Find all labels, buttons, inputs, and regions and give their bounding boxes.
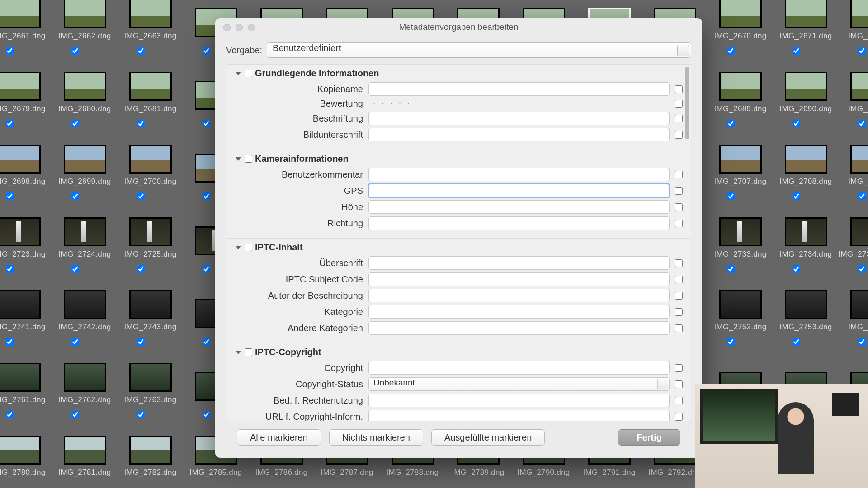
- thumbnail-cell[interactable]: IMG_2762.dng: [52, 333, 118, 406]
- thumbnail-checkbox[interactable]: [71, 265, 79, 273]
- thumbnail-cell[interactable]: IMG_2723.dng: [0, 188, 52, 261]
- thumbnail-image[interactable]: [0, 363, 41, 392]
- select-none-button[interactable]: Nichts markieren: [329, 429, 423, 446]
- thumbnail-image[interactable]: [129, 217, 172, 246]
- disclosure-triangle-icon[interactable]: [236, 246, 241, 249]
- thumbnail-image[interactable]: [0, 72, 41, 101]
- field-enable-checkbox[interactable]: [675, 187, 683, 195]
- thumbnail-cell[interactable]: IMG_2708.dng: [773, 115, 839, 188]
- field-enable-checkbox[interactable]: [675, 100, 683, 108]
- thumbnail-cell[interactable]: IMG_2691.dr: [839, 42, 868, 115]
- thumbnail-checkbox[interactable]: [6, 338, 14, 346]
- thumbnail-image[interactable]: [785, 145, 827, 174]
- field-enable-checkbox[interactable]: [675, 203, 683, 211]
- thumbnail-image[interactable]: [0, 436, 41, 465]
- thumbnail-cell[interactable]: IMG_2781.dng: [52, 406, 118, 479]
- field-enable-checkbox[interactable]: [675, 397, 683, 404]
- thumbnail-cell[interactable]: IMG_2761.dng: [0, 333, 52, 406]
- thumbnail-cell[interactable]: IMG_2699.dng: [52, 115, 118, 188]
- thumbnail-checkbox[interactable]: [203, 192, 210, 200]
- disclosure-triangle-icon[interactable]: [236, 72, 241, 75]
- thumbnail-checkbox[interactable]: [727, 192, 735, 200]
- thumbnail-checkbox[interactable]: [203, 120, 210, 127]
- field-input[interactable]: [368, 289, 670, 302]
- thumbnail-cell[interactable]: IMG_2742.dng: [52, 261, 118, 333]
- thumbnail-image[interactable]: [719, 72, 762, 101]
- thumbnail-image[interactable]: [0, 290, 41, 319]
- field-input[interactable]: [368, 305, 670, 319]
- thumbnail-image[interactable]: [129, 290, 172, 319]
- thumbnail-cell[interactable]: IMG_2707.dng: [708, 115, 773, 188]
- field-input[interactable]: [368, 410, 670, 421]
- thumbnail-checkbox[interactable]: [727, 265, 735, 273]
- thumbnail-cell[interactable]: IMG_2734.dng: [773, 188, 839, 261]
- field-input[interactable]: [368, 216, 670, 230]
- field-input[interactable]: [368, 321, 670, 335]
- section-header[interactable]: Grundlegende Informationen: [236, 68, 683, 79]
- thumbnail-image[interactable]: [129, 145, 172, 174]
- thumbnail-cell[interactable]: IMG_2689.dng: [708, 42, 773, 115]
- field-enable-checkbox[interactable]: [675, 308, 683, 316]
- field-enable-checkbox[interactable]: [675, 85, 683, 93]
- section-header[interactable]: Kamerainformationen: [236, 154, 683, 164]
- thumbnail-checkbox[interactable]: [137, 411, 145, 418]
- section-header[interactable]: IPTC-Inhalt: [236, 242, 683, 253]
- thumbnail-cell[interactable]: IMG_2780.dng: [0, 406, 52, 479]
- section-checkbox[interactable]: [245, 155, 252, 163]
- field-enable-checkbox[interactable]: [675, 413, 683, 421]
- thumbnail-image[interactable]: [129, 436, 172, 465]
- thumbnail-cell[interactable]: IMG_2663.dng: [118, 0, 183, 42]
- field-input[interactable]: [368, 168, 670, 181]
- field-enable-checkbox[interactable]: [675, 171, 683, 178]
- thumbnail-image[interactable]: [0, 217, 41, 246]
- field-enable-checkbox[interactable]: [675, 380, 683, 388]
- thumbnail-checkbox[interactable]: [203, 265, 210, 273]
- dialog-titlebar[interactable]: Metadatenvorgaben bearbeiten: [215, 18, 702, 36]
- thumbnail-checkbox[interactable]: [6, 47, 14, 55]
- thumbnail-checkbox[interactable]: [137, 192, 145, 200]
- thumbnail-image[interactable]: [129, 363, 172, 392]
- thumbnail-checkbox[interactable]: [793, 47, 800, 55]
- thumbnail-cell[interactable]: IMG_2724.dng: [52, 188, 118, 261]
- field-input[interactable]: [368, 184, 670, 197]
- thumbnail-image[interactable]: [850, 0, 868, 28]
- thumbnail-image[interactable]: [719, 217, 762, 246]
- thumbnail-checkbox[interactable]: [71, 192, 79, 200]
- thumbnail-image[interactable]: [129, 72, 172, 101]
- select-all-button[interactable]: Alle markieren: [237, 429, 321, 446]
- thumbnail-checkbox[interactable]: [137, 265, 145, 273]
- field-input[interactable]: [368, 200, 670, 214]
- thumbnail-checkbox[interactable]: [727, 338, 735, 346]
- thumbnail-checkbox[interactable]: [137, 120, 145, 127]
- thumbnail-checkbox[interactable]: [203, 411, 210, 418]
- section-header[interactable]: IPTC-Copyright: [236, 347, 683, 357]
- field-enable-checkbox[interactable]: [675, 259, 683, 267]
- thumbnail-checkbox[interactable]: [793, 120, 800, 127]
- field-input[interactable]: [368, 394, 670, 407]
- thumbnail-image[interactable]: [719, 0, 762, 28]
- field-enable-checkbox[interactable]: [675, 131, 683, 139]
- thumbnail-cell[interactable]: IMG_2752.dng: [708, 261, 773, 333]
- thumbnail-checkbox[interactable]: [858, 120, 866, 127]
- preset-select[interactable]: Benutzerdefiniert ▴▾: [267, 42, 691, 58]
- thumbnail-checkbox[interactable]: [858, 192, 866, 200]
- thumbnail-image[interactable]: [64, 363, 106, 392]
- section-checkbox[interactable]: [245, 244, 252, 251]
- thumbnail-cell[interactable]: IMG_2671.dng: [773, 0, 839, 42]
- thumbnail-checkbox[interactable]: [793, 192, 800, 200]
- thumbnail-checkbox[interactable]: [6, 192, 14, 200]
- zoom-icon[interactable]: [248, 24, 255, 31]
- thumbnail-cell[interactable]: IMG_2698.dng: [0, 115, 52, 188]
- thumbnail-image[interactable]: [850, 217, 868, 246]
- thumbnail-image[interactable]: [719, 290, 762, 319]
- rating-stars[interactable]: ·····: [368, 99, 670, 108]
- thumbnail-image[interactable]: [850, 145, 868, 174]
- thumbnail-image[interactable]: [0, 145, 41, 174]
- thumbnail-cell[interactable]: IMG_2679.dng: [0, 42, 52, 115]
- field-enable-checkbox[interactable]: [675, 220, 683, 227]
- thumbnail-cell[interactable]: IMG_2700.dng: [118, 115, 183, 188]
- thumbnail-image[interactable]: [850, 290, 868, 319]
- thumbnail-checkbox[interactable]: [793, 338, 800, 346]
- field-input[interactable]: [368, 272, 670, 286]
- field-input[interactable]: [368, 128, 670, 141]
